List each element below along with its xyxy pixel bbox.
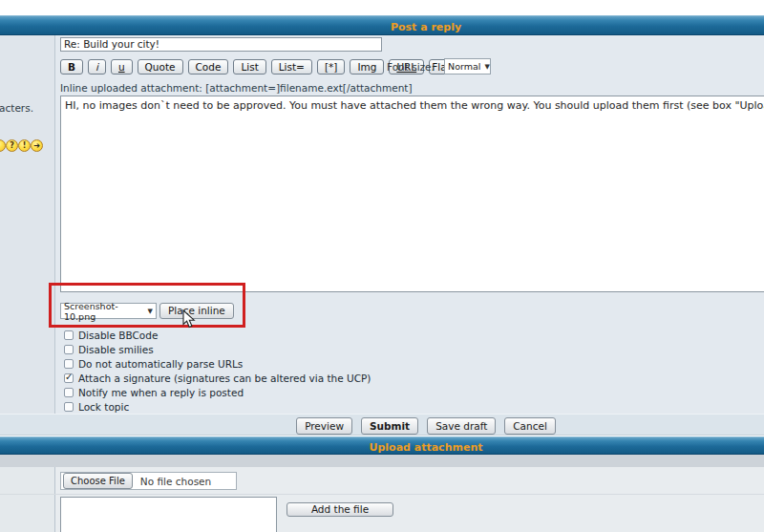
font-size-group: Font size: Normal ▼: [379, 58, 532, 74]
bbcode-bold-button[interactable]: B: [60, 59, 83, 74]
option-label: Do not automatically parse URLs: [78, 358, 243, 370]
checkbox-attach-signature[interactable]: ✓: [64, 373, 74, 383]
font-size-label: Font size:: [387, 61, 435, 73]
no-file-chosen-text: No file chosen: [140, 476, 211, 487]
save-draft-button[interactable]: Save draft: [427, 417, 496, 435]
checkbox-no-parse-urls[interactable]: [64, 359, 74, 369]
bbcode-list-button[interactable]: List: [233, 59, 265, 74]
choose-file-button[interactable]: Choose File: [63, 473, 133, 489]
smiley-question-icon[interactable]: ?: [6, 139, 18, 152]
upload-attachment-header: Upload attachment: [0, 436, 764, 455]
upload-attachment-title: Upload attachment: [370, 441, 483, 454]
add-file-button[interactable]: Add the file: [286, 502, 393, 517]
post-reply-title: Post a reply: [391, 21, 461, 33]
checkbox-notify-reply[interactable]: [64, 388, 74, 397]
bbcode-quote-button[interactable]: Quote: [138, 59, 183, 74]
file-upload-field[interactable]: Choose File No file chosen: [60, 472, 237, 490]
option-no-parse-urls[interactable]: Do not automatically parse URLs: [64, 356, 371, 371]
font-size-select[interactable]: Normal ▼: [444, 58, 491, 74]
checkbox-lock-topic[interactable]: [64, 402, 74, 412]
checkbox-disable-bbcode[interactable]: [64, 330, 74, 340]
option-label: Notify me when a reply is posted: [78, 387, 244, 398]
post-actions-row: PreviewSubmitSave draftCancel: [0, 414, 764, 436]
checkmark-icon: ✓: [65, 372, 73, 382]
highlight-annotation: [49, 283, 245, 328]
chevron-down-icon: ▼: [484, 63, 489, 71]
forum-posting-page: Post a reply characters. ?!➔ Re: Build y…: [0, 0, 764, 532]
option-label: Lock topic: [78, 401, 129, 413]
bbcode-italic-button[interactable]: i: [88, 59, 106, 74]
smiley-row: ?!➔: [0, 139, 43, 152]
option-label: Attach a signature (signatures can be al…: [78, 372, 371, 384]
bbcode-code-button[interactable]: Code: [188, 59, 229, 74]
preview-button[interactable]: Preview: [296, 417, 352, 435]
post-reply-header: Post a reply: [0, 15, 764, 35]
mouse-cursor-icon: [182, 309, 196, 329]
option-label: Disable BBCode: [78, 330, 158, 341]
font-size-value: Normal: [448, 61, 480, 72]
option-notify-reply[interactable]: Notify me when a reply is posted: [64, 385, 371, 399]
option-label: Disable smilies: [78, 344, 154, 355]
cancel-button[interactable]: Cancel: [504, 417, 556, 435]
option-disable-bbcode[interactable]: Disable BBCode: [64, 328, 371, 342]
message-textarea[interactable]: HI, no images don`t need to be approved.…: [60, 96, 764, 292]
upload-header-strip: [0, 455, 764, 467]
subject-input[interactable]: Re: Build your city!: [60, 37, 382, 52]
upload-left-column: [0, 467, 55, 532]
post-left-column: characters. ?!➔: [0, 35, 55, 414]
bbcode-underline-button[interactable]: u: [111, 59, 133, 74]
smiley-idea-icon[interactable]: !: [18, 139, 31, 152]
checkbox-disable-smilies[interactable]: [64, 345, 74, 354]
smiley-arrow-icon[interactable]: ➔: [31, 139, 43, 152]
upload-row-divider: [0, 494, 764, 495]
inline-attachment-hint: Inline uploaded attachment: [attachment=…: [60, 82, 413, 94]
characters-label: characters.: [0, 102, 33, 114]
option-disable-smilies[interactable]: Disable smilies: [64, 342, 371, 356]
option-attach-signature[interactable]: ✓Attach a signature (signatures can be a…: [64, 371, 371, 385]
option-lock-topic[interactable]: Lock topic: [64, 399, 371, 414]
file-comment-textarea[interactable]: [60, 497, 277, 532]
bbcode-list-item-button[interactable]: [*]: [317, 59, 345, 74]
submit-button[interactable]: Submit: [361, 417, 418, 435]
post-options: Disable BBCodeDisable smiliesDo not auto…: [64, 328, 371, 414]
bbcode-list-ordered-button[interactable]: List=: [271, 59, 312, 74]
